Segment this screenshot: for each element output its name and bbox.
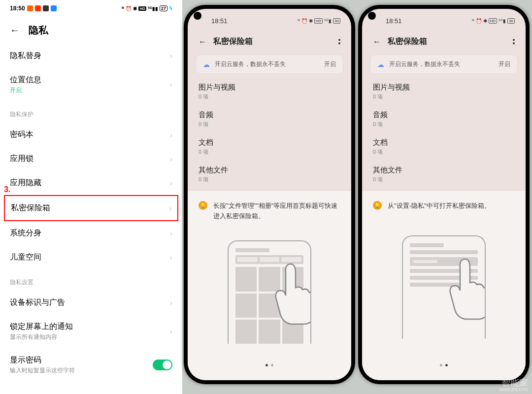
- status-time: 18:50: [10, 5, 25, 12]
- row-device-id-ads[interactable]: 设备标识与广告 ›: [0, 291, 182, 315]
- hand-pointer-icon: [438, 253, 486, 324]
- chevron-right-icon: ›: [170, 327, 172, 336]
- cloud-enable-link[interactable]: 开启: [499, 60, 510, 68]
- page-header: ← 隐私: [0, 15, 182, 44]
- pager-dots: [199, 358, 340, 375]
- status-bar: 18:51 ᴺ ⏰ ✱ HD ⁵ᴳ▮ 30: [362, 9, 526, 29]
- row-images-videos[interactable]: 图片与视频 0 项: [188, 78, 351, 105]
- page-header: ← 私密保险箱: [362, 29, 526, 53]
- bluetooth-icon: ✱: [309, 18, 313, 24]
- row-show-password[interactable]: 显示密码 输入时短暂显示这些字符: [0, 348, 182, 382]
- cloud-icon: ☁: [377, 61, 384, 68]
- chevron-right-icon: ›: [169, 204, 171, 213]
- chevron-right-icon: ›: [170, 179, 172, 188]
- lightbulb-icon: 💡: [199, 201, 207, 210]
- pager-dot[interactable]: [445, 364, 448, 366]
- cloud-banner[interactable]: ☁ 开启云服务，数据永不丢失 开启: [370, 55, 518, 74]
- bluetooth-icon: ✱: [133, 6, 137, 11]
- row-password-book[interactable]: 密码本 ›: [0, 123, 182, 147]
- row-privacy-clone[interactable]: 隐私替身 ›: [0, 44, 182, 68]
- battery-icon: 30: [507, 18, 515, 24]
- chevron-right-icon: ›: [170, 80, 172, 89]
- chevron-right-icon: ›: [170, 131, 172, 139]
- tip-text: 长按"文件管理""相册"等应用首页标题可快速进入私密保险箱。: [213, 201, 340, 222]
- pager-dot[interactable]: [440, 364, 442, 366]
- back-icon[interactable]: ←: [10, 25, 20, 36]
- battery-icon: 30: [333, 18, 340, 24]
- row-location[interactable]: 位置信息 开启 ›: [0, 68, 182, 101]
- page-header: ← 私密保险箱: [188, 29, 351, 53]
- chevron-right-icon: ›: [170, 52, 172, 61]
- illustration: [373, 216, 515, 358]
- tip-text: 从"设置-隐私"中可打开私密保险箱。: [388, 201, 491, 211]
- row-docs[interactable]: 文档 0 项: [188, 133, 351, 161]
- back-icon[interactable]: ←: [199, 37, 206, 46]
- app-icon-2: [35, 5, 41, 11]
- pager-dots: [373, 358, 515, 375]
- status-bar: 18:51 ᴺ ⏰ ✱ HD ⁵ᴳ▮ 30: [188, 9, 351, 29]
- row-audio[interactable]: 音频 0 项: [362, 105, 526, 133]
- camera-punch-hole: [194, 12, 201, 20]
- row-kids-space[interactable]: 儿童空间 ›: [0, 245, 182, 269]
- settings-screenshot: 18:50 ᴺ ⏰ ✱ HD ⁵ᴳ▮▮ 27 ϟ ← 隐私 隐私替身 › 位置信…: [0, 0, 182, 394]
- app-icon-4: [51, 5, 57, 11]
- illustration: [199, 227, 340, 358]
- camera-punch-hole: [368, 12, 376, 20]
- row-audio[interactable]: 音频 0 项: [188, 105, 351, 133]
- step-number: 3.: [4, 185, 10, 194]
- chevron-right-icon: ›: [170, 229, 172, 238]
- row-app-lock[interactable]: 应用锁 ›: [0, 147, 182, 171]
- nfc-icon: ᴺ: [472, 18, 474, 24]
- phone-mockup-b: 18:51 ᴺ ⏰ ✱ HD ⁵ᴳ▮ 30 ← 私密保险箱 ☁ 开启云服务，数据…: [358, 5, 530, 384]
- cloud-enable-link[interactable]: 开启: [324, 60, 336, 68]
- signal-icon: ⁵ᴳ▮: [499, 18, 506, 24]
- highlighted-row-private-safe[interactable]: 3. 私密保险箱 ›: [4, 195, 178, 221]
- chevron-right-icon: ›: [170, 253, 172, 262]
- row-images-videos[interactable]: 图片与视频 0 项: [362, 78, 526, 105]
- bluetooth-icon: ✱: [483, 18, 487, 24]
- signal-icon: ⁵ᴳ▮: [324, 18, 332, 24]
- row-system-clone[interactable]: 系统分身 ›: [0, 221, 182, 245]
- hand-pointer-icon: [264, 258, 311, 329]
- more-icon[interactable]: [338, 39, 340, 44]
- hd-icon: HD: [314, 18, 323, 24]
- row-lockscreen-notif[interactable]: 锁定屏幕上的通知 显示所有通知内容 ›: [0, 315, 182, 348]
- page-title: 私密保险箱: [213, 36, 253, 47]
- cloud-banner[interactable]: ☁ 开启云服务，数据永不丢失 开启: [196, 55, 343, 74]
- section-header: 隐私保护: [0, 101, 182, 123]
- status-bar: 18:50 ᴺ ⏰ ✱ HD ⁵ᴳ▮▮ 27 ϟ: [0, 0, 182, 15]
- alarm-icon: ⏰: [476, 18, 482, 24]
- tip-card: 💡 长按"文件管理""相册"等应用首页标题可快速进入私密保险箱。: [188, 191, 351, 380]
- more-icon[interactable]: [513, 39, 515, 44]
- chevron-right-icon: ›: [170, 155, 172, 164]
- section-header: 隐私设置: [0, 269, 182, 291]
- back-icon[interactable]: ←: [373, 37, 381, 46]
- status-time: 18:51: [211, 17, 228, 25]
- signal-icon: ⁵ᴳ▮▮: [148, 6, 158, 11]
- phone-mockup-a: 18:51 ᴺ ⏰ ✱ HD ⁵ᴳ▮ 30 ← 私密保险箱 ☁ 开启云服务，数据…: [184, 5, 355, 384]
- row-docs[interactable]: 文档 0 项: [362, 133, 526, 161]
- row-app-hide[interactable]: 应用隐藏 ›: [0, 171, 182, 195]
- pager-dot[interactable]: [266, 364, 268, 366]
- pager-dot[interactable]: [271, 364, 273, 366]
- alarm-icon: ⏰: [126, 6, 132, 11]
- lightbulb-icon: 💡: [373, 201, 382, 210]
- row-other-files[interactable]: 其他文件 0 项: [362, 161, 526, 188]
- battery-icon: 27: [160, 5, 167, 11]
- page-title: 隐私: [29, 24, 48, 37]
- page-title: 私密保险箱: [388, 36, 427, 47]
- status-time: 18:51: [386, 17, 402, 25]
- row-other-files[interactable]: 其他文件 0 项: [188, 161, 351, 188]
- app-icon-3: [43, 5, 49, 11]
- alarm-icon: ⏰: [301, 18, 307, 24]
- chevron-right-icon: ›: [170, 298, 172, 307]
- app-icon-1: [27, 5, 33, 11]
- cloud-icon: ☁: [203, 61, 210, 68]
- hd-icon: HD: [138, 6, 146, 11]
- hd-icon: HD: [489, 18, 498, 24]
- nfc-icon: ᴺ: [298, 18, 300, 24]
- charging-icon: ϟ: [169, 5, 172, 12]
- nfc-icon: ᴺ: [122, 6, 124, 11]
- toggle-switch[interactable]: [153, 360, 172, 370]
- watermark: 智能家 www.znj.com: [499, 378, 528, 392]
